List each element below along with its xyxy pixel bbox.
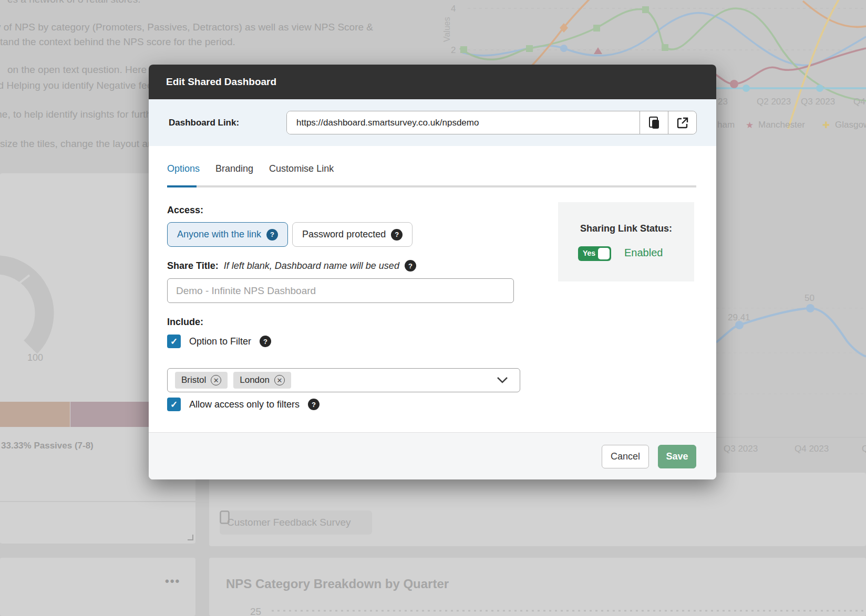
filter-chip-london: London ✕ — [233, 372, 291, 389]
help-icon[interactable]: ? — [391, 229, 403, 241]
dashboard-link-input[interactable] — [287, 111, 640, 134]
copy-icon — [649, 117, 659, 129]
copy-link-button[interactable] — [640, 111, 668, 134]
filter-multiselect[interactable]: Bristol ✕ London ✕ — [167, 368, 520, 392]
modal-header: Edit Shared Dashboard — [149, 65, 716, 99]
remove-filter-icon[interactable]: ✕ — [274, 375, 285, 385]
help-icon[interactable]: ? — [405, 260, 416, 272]
share-title-hint: If left blank, Dashboard name will be us… — [224, 260, 399, 272]
edit-shared-dashboard-modal: Edit Shared Dashboard Dashboard Link: — [149, 65, 716, 479]
remove-filter-icon[interactable]: ✕ — [211, 375, 221, 385]
sharing-toggle[interactable]: Yes — [578, 246, 611, 261]
save-button[interactable]: Save — [658, 445, 696, 468]
access-password-label: Password protected — [302, 229, 386, 240]
option-to-filter-checkbox[interactable]: ✓ — [167, 335, 181, 348]
option-to-filter-label: Option to Filter — [189, 336, 251, 347]
help-icon[interactable]: ? — [266, 229, 278, 241]
option-to-filter-row: ✓ Option to Filter ? — [167, 335, 271, 348]
toggle-yes-label: Yes — [583, 249, 595, 257]
access-label: Access: — [167, 205, 203, 216]
modal-title: Edit Shared Dashboard — [166, 76, 276, 88]
help-icon[interactable]: ? — [260, 336, 271, 347]
sharing-status-label: Sharing Link Status: — [558, 223, 694, 234]
sharing-status-panel: Sharing Link Status: Yes Enabled — [558, 202, 694, 281]
modal-footer: Cancel Save — [149, 432, 716, 479]
cancel-button[interactable]: Cancel — [602, 445, 649, 468]
tab-branding[interactable]: Branding — [215, 163, 253, 182]
access-anyone-button[interactable]: Anyone with the link ? — [167, 222, 288, 247]
filter-chip-label: Bristol — [181, 375, 206, 385]
tab-options[interactable]: Options — [167, 163, 200, 182]
share-title-row: Share Title: If left blank, Dashboard na… — [167, 260, 416, 272]
allow-access-checkbox[interactable]: ✓ — [167, 398, 181, 411]
dashboard-link-group — [286, 111, 697, 134]
include-label: Include: — [167, 317, 203, 328]
chevron-down-icon[interactable] — [497, 377, 508, 384]
access-anyone-label: Anyone with the link — [177, 229, 261, 240]
allow-access-row: ✓ Allow access only to filters ? — [167, 398, 319, 411]
screen: es a network of 8 retail stores. y of NP… — [0, 0, 866, 616]
open-link-button[interactable] — [668, 111, 696, 134]
dashboard-link-section: Dashboard Link: — [149, 99, 716, 146]
modal-tabs: Options Branding Customise Link — [167, 163, 334, 182]
help-icon[interactable]: ? — [308, 399, 319, 410]
tab-customise-link[interactable]: Customise Link — [269, 163, 334, 182]
tab-divider — [167, 185, 696, 187]
access-options: Anyone with the link ? Password protecte… — [167, 222, 413, 247]
filter-chip-label: London — [240, 375, 270, 385]
share-title-label: Share Title: — [167, 260, 219, 272]
filter-chip-bristol: Bristol ✕ — [175, 372, 228, 389]
allow-access-label: Allow access only to filters — [189, 399, 300, 410]
sharing-status-value: Enabled — [624, 247, 663, 259]
active-tab-indicator — [167, 185, 197, 187]
external-link-icon — [676, 117, 689, 129]
share-title-input[interactable] — [167, 278, 514, 303]
dashboard-link-label: Dashboard Link: — [169, 99, 239, 146]
access-password-button[interactable]: Password protected ? — [292, 222, 413, 247]
toggle-knob — [598, 248, 610, 259]
